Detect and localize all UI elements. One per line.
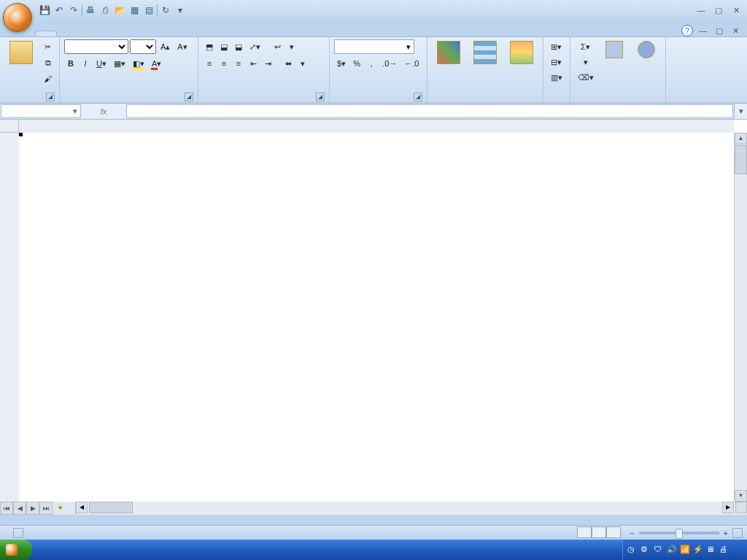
font-launcher[interactable]: ◢ (185, 93, 193, 101)
cell-styles-button[interactable] (505, 39, 538, 67)
start-button[interactable] (0, 540, 32, 560)
macro-record-icon[interactable] (13, 528, 23, 538)
fill-button[interactable]: ▾ (575, 55, 597, 69)
align-middle-button[interactable]: ⬓ (217, 39, 231, 54)
tray-icon[interactable]: 🖨 (719, 545, 729, 555)
conditional-formatting-button[interactable] (432, 39, 465, 67)
tab-page-layout[interactable] (77, 31, 98, 36)
delete-cells-button[interactable]: ⊟ ▾ (548, 55, 565, 69)
help-icon[interactable]: ? (681, 25, 693, 36)
tab-developer[interactable] (179, 31, 200, 36)
tray-icon[interactable]: 🛡 (654, 545, 664, 555)
insert-cells-button[interactable]: ⊞ ▾ (548, 39, 565, 54)
border-button[interactable]: ▦▾ (111, 56, 128, 71)
cells-area[interactable] (19, 133, 734, 502)
font-color-button[interactable]: A▾ (149, 56, 164, 71)
tray-icon[interactable]: 🔊 (667, 545, 677, 555)
align-right-button[interactable]: ≡ (232, 56, 245, 71)
tray-icon[interactable]: ◷ (627, 545, 638, 555)
align-center-button[interactable]: ≡ (217, 56, 231, 71)
ribbon-close-button[interactable]: ✕ (729, 25, 741, 36)
system-tray[interactable]: ◷⚙🛡🔊📶⚡🖥🖨 (622, 540, 747, 560)
increase-indent-button[interactable]: ⇥ (261, 56, 274, 71)
italic-button[interactable]: I (79, 56, 92, 71)
merge-center-button[interactable]: ⬌ (282, 56, 295, 71)
accounting-button[interactable]: $▾ (334, 56, 349, 71)
maximize-button[interactable]: ▢ (711, 4, 727, 17)
align-left-button[interactable]: ≡ (203, 56, 216, 71)
fx-icon[interactable]: fx (101, 107, 107, 116)
tab-nav-prev[interactable]: ◀ (13, 502, 26, 515)
tab-view[interactable] (159, 31, 179, 36)
tray-icon[interactable]: ⚙ (640, 545, 651, 555)
clear-button[interactable]: ⌫▾ (575, 70, 597, 85)
normal-view-button[interactable] (577, 526, 592, 538)
orientation-button[interactable]: ⤢▾ (247, 39, 263, 54)
comma-button[interactable]: , (365, 56, 378, 71)
tab-data[interactable] (118, 31, 139, 36)
tab-insert[interactable] (57, 31, 77, 36)
font-size-combo[interactable] (130, 39, 156, 54)
paste-button[interactable] (4, 39, 38, 67)
hscroll-thumb[interactable] (89, 502, 133, 513)
tab-nav-last[interactable]: ⏭ (39, 502, 53, 515)
bold-button[interactable]: B (64, 56, 77, 71)
zoom-out-button[interactable]: − (630, 529, 634, 537)
clipboard-launcher[interactable]: ◢ (46, 93, 55, 101)
redo-icon[interactable]: ↷ (67, 4, 80, 17)
quickprint-icon[interactable]: ⎙ (98, 4, 112, 17)
tray-icon[interactable]: ⚡ (693, 545, 703, 555)
redo2-icon[interactable]: ↻ (159, 4, 172, 17)
clock[interactable] (732, 545, 743, 555)
fill-color-button[interactable]: ◧▾ (130, 56, 147, 71)
qat-dropdown-icon[interactable]: ▾ (174, 4, 187, 17)
row-headers[interactable] (0, 133, 19, 502)
horizontal-scrollbar[interactable]: ◀ ▶ (75, 502, 747, 515)
find-select-button[interactable] (632, 39, 661, 61)
sort-filter-button[interactable] (600, 39, 629, 61)
ribbon-restore-button[interactable]: ▢ (713, 25, 725, 36)
select-all-button[interactable] (0, 120, 19, 133)
tab-review[interactable] (139, 31, 159, 36)
cut-button[interactable]: ✂ (41, 39, 55, 54)
copy-button[interactable]: ⧉ (41, 55, 55, 70)
close-button[interactable]: ✕ (728, 4, 744, 17)
decrease-indent-button[interactable]: ⇤ (247, 56, 260, 71)
formula-bar-expand[interactable]: ▾ (734, 104, 747, 119)
vertical-scrollbar[interactable]: ▲ ▼ (734, 133, 747, 502)
scroll-right-button[interactable]: ▶ (722, 502, 734, 513)
autosum-button[interactable]: Σ▾ (575, 39, 597, 54)
font-name-combo[interactable] (64, 39, 128, 54)
undo-icon[interactable]: ↶ (53, 4, 66, 17)
open-icon[interactable]: 📂 (113, 4, 126, 17)
scroll-up-button[interactable]: ▲ (735, 133, 747, 144)
formula-bar[interactable] (126, 104, 733, 118)
scroll-down-button[interactable]: ▼ (735, 490, 747, 502)
number-format-combo[interactable]: ▾ (334, 39, 414, 54)
zoom-in-button[interactable]: + (724, 529, 728, 537)
resize-grip[interactable] (732, 528, 743, 538)
minimize-button[interactable]: ― (693, 4, 709, 17)
tray-icon[interactable]: 📶 (680, 545, 690, 555)
format-as-table-button[interactable] (468, 39, 502, 67)
new-icon[interactable]: ▦ (128, 4, 141, 17)
table-icon[interactable]: ▤ (142, 4, 155, 17)
format-cells-button[interactable]: ▥ ▾ (548, 70, 565, 85)
alignment-launcher[interactable]: ◢ (316, 93, 325, 101)
merge-dd[interactable]: ▾ (285, 39, 298, 54)
format-painter-button[interactable]: 🖌 (41, 71, 55, 86)
office-button[interactable] (3, 3, 32, 32)
tab-nav-next[interactable]: ▶ (26, 502, 39, 515)
ribbon-minimize-button[interactable]: ― (697, 25, 709, 36)
percent-button[interactable]: % (350, 56, 363, 71)
number-launcher[interactable]: ◢ (414, 93, 422, 101)
tab-get-started[interactable] (200, 31, 220, 36)
grow-font-button[interactable]: A▴ (158, 39, 173, 54)
wrap-text-button[interactable]: ↩ (271, 39, 284, 54)
scroll-left-button[interactable]: ◀ (76, 502, 88, 513)
vscroll-thumb[interactable] (735, 145, 747, 174)
align-bottom-button[interactable]: ⬓ (232, 39, 245, 54)
merge-dd2[interactable]: ▾ (296, 56, 309, 71)
zoom-slider[interactable] (639, 532, 719, 534)
page-break-view-button[interactable] (606, 526, 621, 538)
